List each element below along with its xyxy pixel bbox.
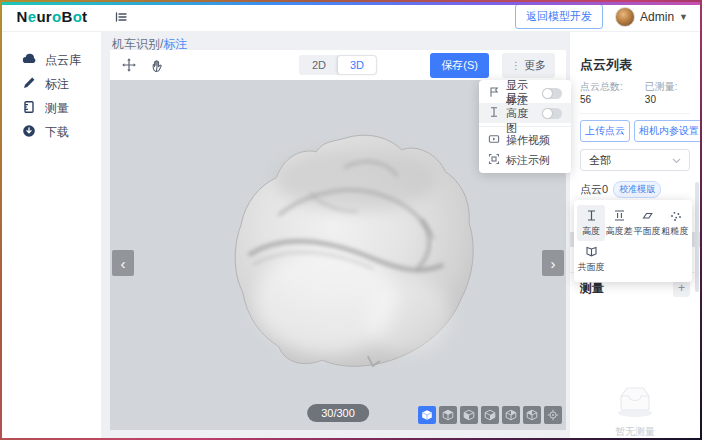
locate-icon[interactable] — [544, 406, 562, 424]
caret-down-icon: ▼ — [679, 12, 688, 22]
frame-icon — [488, 153, 500, 167]
view-cube-back-icon[interactable] — [481, 406, 499, 424]
measure-section-header: 测量 + — [580, 280, 690, 297]
chevron-down-icon — [672, 154, 681, 166]
calibration-template-tag: 校准模版 — [613, 181, 661, 198]
user-menu[interactable]: Admin ▼ — [615, 7, 688, 27]
tool-flatness[interactable]: 平面度 — [633, 205, 661, 241]
screenshot-frame: NeuroBot 返回模型开发 Admin ▼ 点云库 标注 测量 — [0, 0, 702, 440]
sidebar-item-measure[interactable]: 测量 — [2, 96, 101, 120]
panel-title: 点云列表 — [580, 56, 690, 74]
panel-scrollbar[interactable] — [695, 182, 699, 292]
video-icon — [488, 133, 500, 147]
tool-height-difference[interactable]: 高度差 — [605, 205, 633, 241]
next-arrow-button[interactable]: › — [542, 250, 564, 276]
save-button[interactable]: 保存(S) — [430, 53, 489, 78]
dimension-toggle: 2D 3D — [299, 55, 377, 75]
menu-item-show-heightmap[interactable]: 显示高度图 — [479, 103, 571, 123]
empty-box-icon — [613, 384, 657, 418]
username: Admin — [640, 10, 674, 24]
panel-stats: 点云总数: 56 已测量: 30 — [580, 80, 690, 105]
tool-height[interactable]: 高度 — [577, 205, 605, 241]
vertical-dots-icon: ⋮ — [511, 60, 520, 71]
roughness-icon — [669, 209, 682, 222]
view-cube-solid-icon[interactable] — [418, 406, 436, 424]
app-header: NeuroBot 返回模型开发 Admin ▼ — [2, 2, 700, 32]
show-heightmap-toggle[interactable] — [542, 108, 562, 119]
sidebar-item-pointcloud-library[interactable]: 点云库 — [2, 48, 101, 72]
add-measurement-button[interactable]: + — [673, 280, 690, 297]
cloud-icon — [22, 52, 36, 69]
sidebar-item-download[interactable]: 下载 — [2, 120, 101, 144]
toggle-2d[interactable]: 2D — [300, 56, 338, 74]
neurobot-app: NeuroBot 返回模型开发 Admin ▼ 点云库 标注 测量 — [2, 2, 700, 438]
tooth-3d-model — [227, 128, 475, 376]
panel-divider-top — [580, 113, 690, 114]
tool-coplanarity[interactable]: 共面度 — [577, 241, 605, 277]
view-preset-toolbar — [418, 406, 562, 424]
more-dropdown-menu: 显示标注 显示高度图 操作视频 标注示例 — [479, 80, 571, 173]
breadcrumb-parent[interactable]: 机车识别 — [112, 37, 160, 51]
coplanarity-icon — [585, 245, 598, 258]
download-icon — [22, 124, 36, 141]
pencil-icon — [22, 76, 36, 93]
panel-buttons: 上传点云 相机内参设置 — [580, 120, 690, 142]
avatar — [615, 7, 635, 27]
canvas-toolbar: 2D 3D 保存(S) ⋮ 更多 — [110, 50, 566, 80]
empty-state: 暂无测量 — [570, 384, 700, 438]
ruler-icon — [22, 100, 36, 117]
top-accent-bar — [2, 2, 700, 5]
header-right: 返回模型开发 Admin ▼ — [515, 4, 688, 29]
filter-select[interactable]: 全部 — [580, 149, 690, 171]
app-logo: NeuroBot — [2, 8, 102, 25]
camera-intrinsics-button[interactable]: 相机内参设置 — [634, 120, 700, 142]
show-annotations-toggle[interactable] — [542, 88, 562, 99]
pointcloud-group-row[interactable]: 点云0 校准模版 — [580, 181, 690, 198]
prev-arrow-button[interactable]: ‹ — [112, 250, 134, 276]
view-cube-front-icon[interactable] — [460, 406, 478, 424]
sidebar: 点云库 标注 测量 下载 — [2, 32, 102, 438]
upload-pointcloud-button[interactable]: 上传点云 — [580, 120, 630, 142]
back-to-model-dev-button[interactable]: 返回模型开发 — [515, 4, 603, 29]
breadcrumb-current: 标注 — [163, 37, 187, 51]
menu-collapse-icon[interactable] — [114, 10, 128, 24]
flatness-icon — [641, 209, 654, 222]
text-height-icon — [488, 106, 500, 120]
height-difference-icon — [613, 209, 626, 222]
view-cube-right-icon[interactable] — [523, 406, 541, 424]
tool-roughness[interactable]: 粗糙度 — [661, 205, 689, 241]
pagination-badge: 30/300 — [307, 404, 369, 422]
hand-tool-icon[interactable] — [150, 58, 165, 73]
view-cube-left-icon[interactable] — [502, 406, 520, 424]
view-cube-top-icon[interactable] — [439, 406, 457, 424]
sidebar-item-annotate[interactable]: 标注 — [2, 72, 101, 96]
move-tool-icon[interactable] — [121, 57, 137, 73]
toggle-3d[interactable]: 3D — [338, 56, 376, 74]
flag-icon — [488, 86, 500, 100]
menu-item-annotation-example[interactable]: 标注示例 — [479, 150, 571, 170]
more-button[interactable]: ⋮ 更多 — [502, 53, 555, 78]
menu-item-operation-video[interactable]: 操作视频 — [479, 130, 571, 150]
height-icon — [585, 209, 598, 222]
measure-tools-popup: 高度 高度差 平面度 粗糙度 共面度 — [574, 200, 692, 282]
